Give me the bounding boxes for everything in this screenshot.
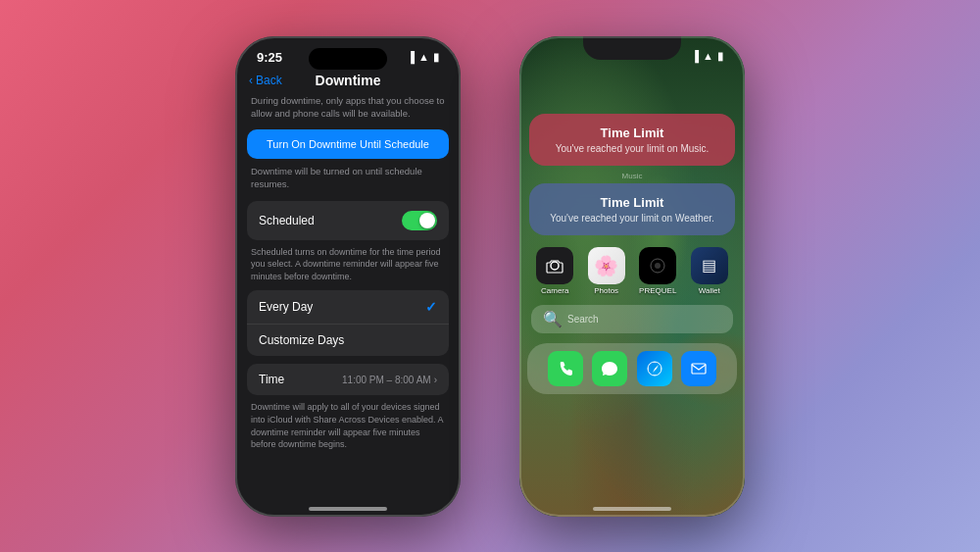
phone-dock-icon[interactable] — [548, 351, 583, 386]
chevron-left-icon: ‹ — [249, 74, 253, 87]
wallet-label: Wallet — [699, 286, 720, 295]
left-iphone: 9:25 ▐ ▲ ▮ ‹ Back Downtime During downti… — [235, 36, 461, 517]
battery-icon-right: ▮ — [717, 50, 723, 63]
status-icons: ▐ ▲ ▮ — [407, 51, 439, 64]
camera-app-item[interactable]: Camera — [536, 247, 573, 295]
time-row[interactable]: Time 11:00 PM – 8:00 AM › — [247, 364, 449, 395]
home-indicator-right — [593, 507, 671, 511]
scheduled-label: Scheduled — [259, 214, 315, 227]
bottom-description: Downtime will apply to all of your devic… — [247, 401, 449, 450]
right-iphone: ▐ ▲ ▮ Time Limit You've reached your lim… — [519, 36, 745, 517]
camera-label: Camera — [541, 286, 568, 295]
wifi-icon: ▲ — [418, 51, 429, 63]
time-label: Time — [259, 373, 284, 386]
prequel-app-item[interactable]: PREQUEL — [639, 247, 676, 295]
signal-icon-right: ▐ — [691, 50, 699, 62]
customize-days-label: Customize Days — [259, 333, 344, 347]
back-label: Back — [256, 74, 282, 87]
svg-point-0 — [551, 262, 559, 270]
settings-content: During downtime, only apps that you choo… — [235, 94, 461, 451]
prequel-label: PREQUEL — [639, 286, 676, 295]
prequel-icon — [639, 247, 676, 284]
status-time: 9:25 — [257, 50, 282, 65]
day-options-group: Every Day ✓ Customize Days — [247, 290, 449, 356]
weather-time-limit-subtitle: You've reached your limit on Weather. — [545, 213, 719, 224]
app-name-weather-label: Music — [519, 172, 745, 180]
mail-dock-icon[interactable] — [681, 351, 716, 386]
photos-label: Photos — [594, 286, 618, 295]
dock — [527, 343, 737, 394]
nav-bar: ‹ Back Downtime — [235, 69, 461, 94]
photos-icon: 🌸 — [588, 247, 625, 284]
app-icons-row: Camera 🌸 Photos — [519, 241, 745, 301]
left-screen: 9:25 ▐ ▲ ▮ ‹ Back Downtime During downti… — [235, 36, 461, 517]
weather-time-limit-card[interactable]: Time Limit You've reached your limit on … — [529, 183, 735, 235]
music-time-limit-title: Time Limit — [545, 125, 719, 140]
turn-on-downtime-button[interactable]: Turn On Downtime Until Schedule — [247, 129, 449, 159]
signal-icon: ▐ — [407, 51, 415, 63]
page-title: Downtime — [316, 73, 381, 88]
wifi-icon-right: ▲ — [703, 50, 713, 62]
battery-icon: ▮ — [433, 51, 439, 64]
music-time-limit-card[interactable]: Time Limit You've reached your limit on … — [529, 114, 735, 166]
weather-time-limit-title: Time Limit — [545, 195, 719, 210]
messages-dock-icon[interactable] — [592, 351, 627, 386]
phones-container: 9:25 ▐ ▲ ▮ ‹ Back Downtime During downti… — [235, 36, 745, 517]
search-placeholder: Search — [567, 314, 599, 325]
every-day-option[interactable]: Every Day ✓ — [247, 290, 449, 325]
every-day-label: Every Day — [259, 300, 313, 314]
back-button[interactable]: ‹ Back — [249, 74, 282, 87]
status-icons-right: ▐ ▲ ▮ — [691, 50, 723, 63]
svg-point-2 — [655, 263, 661, 269]
scheduled-toggle-row: Scheduled — [247, 201, 449, 240]
scheduled-toggle[interactable] — [402, 211, 437, 230]
search-bar[interactable]: 🔍 Search — [531, 305, 733, 333]
status-bar-right: ▐ ▲ ▮ — [519, 36, 745, 67]
camera-icon — [536, 247, 573, 284]
customize-days-option[interactable]: Customize Days — [247, 325, 449, 356]
home-indicator-left — [309, 507, 387, 511]
check-icon: ✓ — [425, 299, 437, 315]
wallet-app-item[interactable]: ▤ Wallet — [691, 247, 728, 295]
svg-rect-4 — [692, 364, 706, 374]
chevron-right-icon: › — [434, 375, 437, 385]
time-value: 11:00 PM – 8:00 AM › — [342, 375, 437, 385]
status-bar-left: 9:25 ▐ ▲ ▮ — [235, 36, 461, 69]
music-time-limit-subtitle: You've reached your limit on Music. — [545, 143, 719, 154]
scheduled-description: Scheduled turns on downtime for the time… — [247, 246, 449, 283]
main-description: During downtime, only apps that you choo… — [247, 94, 449, 121]
safari-dock-icon[interactable] — [637, 351, 672, 386]
photos-app-item[interactable]: 🌸 Photos — [588, 247, 625, 295]
sub-description: Downtime will be turned on until schedul… — [247, 165, 449, 191]
right-screen: ▐ ▲ ▮ Time Limit You've reached your lim… — [519, 36, 745, 517]
wallet-icon: ▤ — [691, 247, 728, 284]
search-icon: 🔍 — [543, 310, 563, 328]
